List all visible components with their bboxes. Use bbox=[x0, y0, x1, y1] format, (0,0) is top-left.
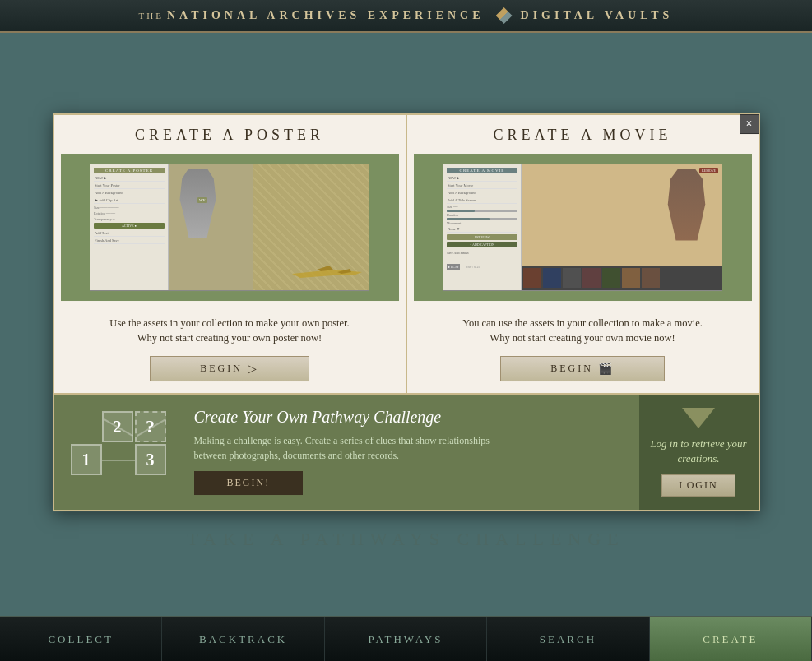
movie-save: Save And Finish bbox=[447, 251, 517, 255]
poster-soldier-figure bbox=[175, 169, 220, 238]
poster-plane-area bbox=[292, 266, 362, 280]
poster-sidebar-new: NEW ▶ bbox=[94, 175, 165, 182]
film-thumb-4 bbox=[582, 268, 601, 288]
movie-begin-icon: 🎬 bbox=[598, 362, 615, 376]
connector-1-3 bbox=[102, 460, 135, 461]
movie-preview-btn: PREVIEW bbox=[447, 234, 517, 240]
movie-sidebar-new: NEW ▶ bbox=[447, 175, 517, 182]
film-thumb-2 bbox=[543, 268, 561, 288]
pathway-description: Making a challenge is easy. Create a ser… bbox=[194, 433, 507, 463]
movie-sidebar: CREATE A MOVIE NEW ▶ Start Your Movie Ad… bbox=[443, 164, 522, 290]
pathway-mid-section: Create Your Own Pathway Challenge Making… bbox=[186, 395, 639, 510]
movie-sidebar-title: CREATE A MOVIE bbox=[447, 168, 517, 173]
poster-finish: Finish And Save bbox=[94, 238, 165, 244]
movie-description: You can use the assets in your collectio… bbox=[407, 309, 759, 352]
pathway-number-2: 2 bbox=[102, 411, 133, 442]
film-thumb-5 bbox=[602, 268, 620, 288]
nav-create[interactable]: CREATE bbox=[650, 617, 812, 661]
poster-sidebar-bg: Add A Background bbox=[94, 190, 165, 196]
background-area: TAKE A PATHWAYS CHALLENGE × CREATE A POS… bbox=[0, 33, 812, 616]
nav-pathways[interactable]: PATHWAYS bbox=[325, 617, 487, 661]
pathway-number-1: 1 bbox=[71, 444, 102, 475]
pathway-number-q: ? bbox=[135, 411, 166, 442]
poster-sidebar-start: Start Your Poster bbox=[94, 183, 165, 189]
background-watermark: TAKE A PATHWAYS CHALLENGE bbox=[187, 529, 624, 550]
poster-begin-button[interactable]: BEGIN ▷ bbox=[150, 356, 309, 381]
film-thumb-1 bbox=[523, 268, 541, 288]
poster-begin-wrap: BEGIN ▷ bbox=[54, 351, 406, 393]
pathway-login-section: Log in to retrieve your creations. LOGIN bbox=[639, 395, 759, 510]
modal-top-section: CREATE A POSTER CREATE A POSTER NEW ▶ St… bbox=[54, 115, 759, 395]
header-suffix: DIGITAL VAULTS bbox=[521, 9, 674, 22]
movie-start: Start Your Movie bbox=[447, 183, 517, 189]
poster-begin-icon: ▷ bbox=[248, 362, 259, 376]
movie-play-btn: ▶ PLAY bbox=[447, 264, 460, 270]
poster-we-badge: WE bbox=[197, 197, 207, 203]
movie-begin-button[interactable]: BEGIN 🎬 bbox=[500, 356, 665, 381]
poster-image-area: CREATE A POSTER NEW ▶ Start Your Poster … bbox=[61, 154, 399, 301]
header-title: NATIONAL ARCHIVES EXPERIENCE bbox=[167, 9, 485, 22]
movie-bg: Add A Background bbox=[447, 190, 517, 196]
movie-column: CREATE A MOVIE CREATE A MOVIE NEW ▶ Star… bbox=[407, 115, 759, 394]
close-button[interactable]: × bbox=[740, 114, 759, 134]
nav-collect[interactable]: COLLECT bbox=[0, 617, 162, 661]
movie-filmstrip bbox=[522, 266, 722, 290]
poster-plane-icon bbox=[292, 266, 362, 280]
pathway-arrow-icon bbox=[682, 408, 715, 428]
bottom-navigation: COLLECT BACKTRACK PATHWAYS SEARCH CREATE bbox=[0, 616, 812, 661]
nav-backtrack[interactable]: BACKTRACK bbox=[162, 617, 324, 661]
movie-header: CREATE A MOVIE bbox=[407, 115, 759, 154]
movie-none-option: None ▼ bbox=[447, 226, 517, 233]
film-thumb-6 bbox=[622, 268, 640, 288]
poster-description: Use the assets in your collection to mak… bbox=[54, 309, 406, 352]
movie-caption-btn: + ADD CAPTION bbox=[447, 242, 517, 247]
pathway-number-3: 3 bbox=[135, 444, 166, 475]
movie-duration-slider bbox=[447, 218, 517, 220]
pathway-numbers-area: 1 2 3 ? bbox=[54, 395, 186, 510]
movie-image-area: CREATE A MOVIE NEW ▶ Start Your Movie Ad… bbox=[414, 154, 752, 301]
poster-active-btn: ACTIVE ● bbox=[94, 223, 165, 229]
movie-begin-wrap: BEGIN 🎬 bbox=[407, 351, 759, 393]
top-header: THE NATIONAL ARCHIVES EXPERIENCE DIGITAL… bbox=[0, 0, 812, 33]
poster-title: CREATE A POSTER bbox=[135, 127, 324, 143]
svg-marker-0 bbox=[292, 270, 362, 278]
movie-remove-btn: REMOVE bbox=[699, 168, 718, 173]
movie-slider bbox=[447, 210, 517, 212]
nav-search[interactable]: SEARCH bbox=[487, 617, 649, 661]
poster-column: CREATE A POSTER CREATE A POSTER NEW ▶ St… bbox=[54, 115, 407, 394]
movie-character-figure bbox=[660, 169, 713, 241]
poster-sidebar-clip: ▶ Add Clip Art bbox=[94, 197, 165, 204]
pathway-numbers: 1 2 3 ? bbox=[71, 411, 169, 493]
movie-title-screen: Add A Title Screen bbox=[447, 197, 517, 204]
header-prefix: THE bbox=[139, 11, 164, 21]
poster-sidebar: CREATE A POSTER NEW ▶ Start Your Poster … bbox=[90, 164, 169, 290]
pathway-section: 1 2 3 ? Create Your Own Pathway Challeng… bbox=[54, 395, 759, 510]
pathway-begin-button[interactable]: BEGIN! bbox=[194, 471, 304, 495]
poster-preview: CREATE A POSTER NEW ▶ Start Your Poster … bbox=[90, 164, 369, 291]
pathway-challenge-title: Create Your Own Pathway Challenge bbox=[194, 408, 631, 427]
poster-sidebar-title: CREATE A POSTER bbox=[94, 168, 165, 173]
film-thumb-3 bbox=[563, 268, 581, 288]
movie-main-area: REMOVE bbox=[522, 164, 722, 290]
header-diamond-icon bbox=[496, 7, 513, 24]
create-modal: × CREATE A POSTER CREATE A POSTER NEW ▶ … bbox=[53, 113, 760, 512]
poster-header: CREATE A POSTER bbox=[54, 115, 406, 154]
pathway-login-button[interactable]: LOGIN bbox=[661, 474, 735, 497]
poster-main-area: WE bbox=[169, 164, 369, 290]
poster-add-text: Add Text bbox=[94, 230, 165, 237]
movie-preview: CREATE A MOVIE NEW ▶ Start Your Movie Ad… bbox=[443, 164, 722, 291]
pathway-login-text: Log in to retrieve your creations. bbox=[647, 437, 750, 466]
movie-time: 0:00 / 0:29 bbox=[466, 265, 480, 269]
movie-title: CREATE A MOVIE bbox=[493, 127, 671, 143]
film-thumb-7 bbox=[642, 268, 660, 288]
